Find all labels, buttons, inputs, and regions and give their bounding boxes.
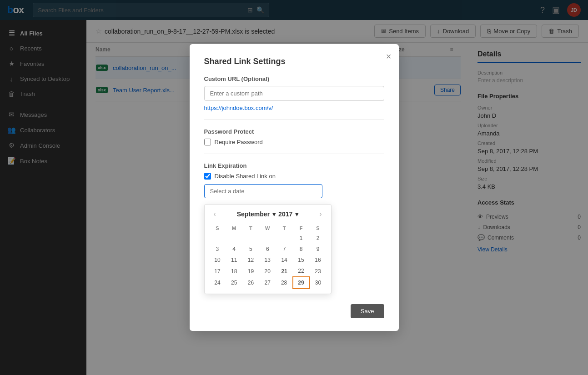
calendar-header: ‹ September▾ 2017▾ › (209, 209, 327, 219)
cal-day-w: W (259, 224, 276, 233)
calendar-prev-button[interactable]: ‹ (211, 209, 219, 219)
cal-day-f: F (293, 224, 310, 233)
calendar-day[interactable]: 25 (226, 277, 242, 289)
save-button[interactable]: Save (351, 304, 384, 318)
modal-close-button[interactable]: × (386, 51, 392, 62)
link-expiration-section: Link Expiration Disable Shared Link on ‹… (204, 162, 384, 198)
calendar-day[interactable]: 28 (276, 277, 293, 289)
year-arrow: ▾ (295, 210, 298, 218)
divider-2 (204, 154, 384, 154)
calendar-day[interactable]: 16 (310, 255, 327, 265)
cal-day-t1: T (242, 224, 259, 233)
calendar-dropdown: ‹ September▾ 2017▾ › S M T (204, 204, 332, 294)
password-protect-label: Password Protect (204, 128, 384, 135)
calendar-day[interactable]: 4 (226, 244, 242, 255)
calendar-day (276, 233, 293, 244)
calendar-day[interactable]: 30 (310, 277, 327, 289)
cal-day-s2: S (310, 224, 327, 233)
calendar-day[interactable]: 18 (226, 265, 242, 277)
cal-day-s1: S (209, 224, 226, 233)
require-password-checkbox[interactable] (204, 139, 211, 145)
require-password-label: Require Password (215, 139, 263, 145)
calendar-next-button[interactable]: › (317, 209, 324, 219)
calendar-day[interactable]: 2 (310, 233, 327, 244)
disable-link-checkbox[interactable] (204, 173, 211, 180)
custom-url-input[interactable] (204, 86, 384, 101)
month-arrow: ▾ (272, 210, 276, 218)
calendar-day[interactable]: 21 (276, 265, 293, 277)
disable-link-label: Disable Shared Link on (215, 173, 276, 180)
calendar-day[interactable]: 7 (276, 244, 293, 255)
modal-bottom-actions: Save (204, 304, 384, 318)
modal-title: Shared Link Settings (204, 57, 384, 66)
calendar-day[interactable]: 26 (242, 277, 259, 289)
date-input[interactable] (204, 184, 322, 198)
modal-overlay: × Shared Link Settings Custom URL (Optio… (0, 0, 588, 375)
calendar-day[interactable]: 9 (310, 244, 327, 255)
require-password-row: Require Password (204, 139, 384, 145)
calendar-day[interactable]: 24 (209, 277, 226, 289)
calendar-grid: S M T W T F S 12345678910111213141516171… (209, 224, 327, 289)
cal-day-m: M (226, 224, 242, 233)
calendar-day[interactable]: 11 (226, 255, 242, 265)
calendar-day[interactable]: 19 (242, 265, 259, 277)
password-protect-section: Password Protect Require Password (204, 128, 384, 145)
url-prefix: https://johndoe.box.com/v/ (204, 105, 384, 111)
calendar-day (209, 233, 226, 244)
calendar-day[interactable]: 29 (293, 277, 310, 289)
custom-url-label: Custom URL (Optional) (204, 75, 384, 82)
calendar-day[interactable]: 23 (310, 265, 327, 277)
calendar-month[interactable]: September (237, 210, 270, 218)
calendar-day (226, 233, 242, 244)
calendar-day[interactable]: 27 (259, 277, 276, 289)
calendar-day[interactable]: 20 (259, 265, 276, 277)
calendar-day[interactable]: 12 (242, 255, 259, 265)
cal-day-t2: T (276, 224, 293, 233)
disable-link-row: Disable Shared Link on (204, 173, 384, 180)
calendar-day (259, 233, 276, 244)
calendar-year[interactable]: 2017 (278, 210, 292, 218)
calendar-day[interactable]: 6 (259, 244, 276, 255)
link-expiration-label: Link Expiration (204, 162, 384, 169)
calendar-day[interactable]: 8 (293, 244, 310, 255)
calendar-month-year: September▾ 2017▾ (237, 210, 299, 218)
calendar-day[interactable]: 13 (259, 255, 276, 265)
calendar-day[interactable]: 15 (293, 255, 310, 265)
date-input-row: ‹ September▾ 2017▾ › S M T (204, 184, 384, 198)
calendar-day[interactable]: 22 (293, 265, 310, 277)
calendar-day[interactable]: 14 (276, 255, 293, 265)
calendar-day[interactable]: 1 (293, 233, 310, 244)
calendar-day[interactable]: 5 (242, 244, 259, 255)
divider-1 (204, 120, 384, 120)
calendar-day (242, 233, 259, 244)
shared-link-settings-modal: × Shared Link Settings Custom URL (Optio… (190, 44, 399, 331)
calendar-day[interactable]: 10 (209, 255, 226, 265)
calendar-day[interactable]: 3 (209, 244, 226, 255)
calendar-day[interactable]: 17 (209, 265, 226, 277)
custom-url-section: Custom URL (Optional) https://johndoe.bo… (204, 75, 384, 111)
